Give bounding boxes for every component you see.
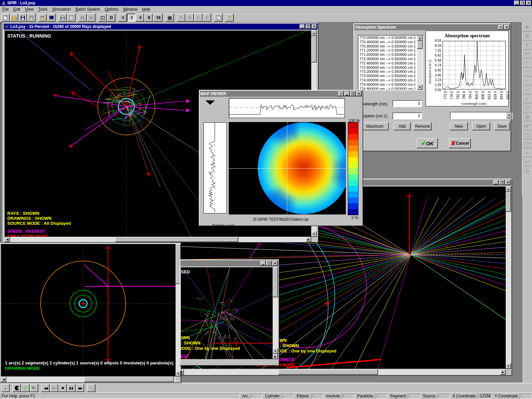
- paused-window-title-bar[interactable]: ▁ ❐ ✕: [181, 260, 278, 266]
- save-file-button[interactable]: [19, 14, 27, 22]
- new-file-button[interactable]: [1, 14, 10, 22]
- drawing-tool-button[interactable]: Y: [523, 41, 532, 50]
- minimize-button[interactable]: ▁: [260, 261, 266, 266]
- wavelength-list-item[interactable]: 771.200000 nm --> 0.550000 cm-1: [358, 48, 417, 53]
- wavelength-list-item[interactable]: 771.600000 nm --> 0.550000 cm-1: [358, 53, 417, 57]
- zoom-8-button[interactable]: *8: [144, 14, 153, 22]
- drawing-tool-button[interactable]: ◯: [523, 130, 532, 139]
- view-a-button[interactable]: A: [177, 14, 185, 22]
- close-button[interactable]: ✕: [526, 1, 531, 5]
- scroll-left-button[interactable]: ◀: [1, 377, 6, 382]
- display-button[interactable]: [47, 14, 56, 22]
- vertical-scrollbar[interactable]: ▼ ▶: [273, 267, 278, 359]
- menu-item[interactable]: Tools: [36, 6, 50, 12]
- scroll-right-button[interactable]: ▶: [273, 354, 278, 359]
- wavelength-list-item[interactable]: 773.600000 nm --> 0.550000 cm-1: [358, 74, 417, 78]
- help-button[interactable]: ?: [338, 91, 343, 96]
- maximize-button[interactable]: ❐: [499, 180, 504, 185]
- view-d-button[interactable]: D: [203, 14, 211, 22]
- drawing-tool-button[interactable]: ∪*: [523, 157, 532, 166]
- horizontal-scrollbar[interactable]: ◀ ▶: [179, 369, 506, 375]
- maximize-button[interactable]: ❐: [350, 91, 355, 96]
- wavelength-list-item[interactable]: 772.000000 nm --> 0.550000 cm-1: [358, 57, 417, 61]
- scroll-down-button[interactable]: ▼: [506, 363, 511, 369]
- wavelength-list-item[interactable]: 770.400000 nm --> 0.550000 cm-1: [358, 40, 417, 44]
- wavelength-list-item[interactable]: 770.000000 nm --> 0.550000 cm-1: [358, 36, 417, 40]
- close-button[interactable]: ✕: [356, 91, 361, 96]
- drawing-tool-button[interactable]: Y*: [523, 50, 532, 59]
- help-button[interactable]: ?: [498, 25, 503, 30]
- wavelength-list-item[interactable]: 774.400000 nm --> 0.550000 cm-1: [358, 82, 417, 87]
- minimize-button[interactable]: ▁: [493, 180, 498, 185]
- drawing-tool-button[interactable]: @*: [523, 121, 532, 130]
- zoom-16-button[interactable]: *16: [153, 14, 163, 22]
- save-all-button[interactable]: [27, 14, 36, 22]
- wavelength-list-item[interactable]: 774.800000 nm --> 0.550000 cm-1: [358, 87, 417, 90]
- grid-button[interactable]: ▦: [166, 14, 174, 22]
- beam-map-canvas[interactable]: [229, 122, 346, 214]
- wavelength-input[interactable]: 0: [392, 100, 422, 107]
- view-c-button[interactable]: C: [194, 14, 202, 22]
- minimize-button[interactable]: ▁: [344, 91, 349, 96]
- dialog-title-bar[interactable]: Absorption Spectrum ? ✕: [354, 24, 510, 30]
- zoom-2-button[interactable]: *2: [127, 14, 135, 22]
- scroll-up-button[interactable]: ▲: [311, 31, 317, 36]
- drawing-tool-button[interactable]: ⊞: [523, 32, 532, 41]
- list-scrollbar[interactable]: ▲ ▼: [417, 36, 423, 90]
- scroll-left-button[interactable]: ◀: [5, 237, 10, 242]
- menu-item[interactable]: Batch System: [73, 6, 102, 12]
- menu-item[interactable]: File: [0, 6, 11, 12]
- scroll-down-button[interactable]: ▼: [311, 231, 317, 237]
- pause-button[interactable]: ▮▮: [67, 384, 75, 392]
- minimize-button[interactable]: ▁: [300, 24, 305, 29]
- wavelength-list-item[interactable]: 772.400000 nm --> 0.550000 cm-1: [358, 61, 417, 66]
- spectrum-file-combobox[interactable]: ▼: [450, 112, 513, 119]
- cancel-button[interactable]: ✘Cancel: [449, 138, 471, 148]
- maximize-button[interactable]: ❐: [520, 1, 525, 5]
- close-button[interactable]: ✕: [272, 261, 278, 266]
- view-b-button[interactable]: B: [186, 14, 194, 22]
- menu-item[interactable]: Options: [102, 6, 121, 12]
- map-viewer-title-bar[interactable]: MAP VIEWER ? ▁ ❐ ✕: [200, 91, 362, 97]
- fast-forward-button[interactable]: ▶▶: [76, 384, 84, 392]
- new-button[interactable]: New: [450, 122, 468, 130]
- wavelength-list-item[interactable]: 773.200000 nm --> 0.550000 cm-1: [358, 69, 417, 74]
- add-button[interactable]: Add: [394, 122, 411, 130]
- drawing-tool-button[interactable]: ◜*: [523, 67, 532, 76]
- scroll-down-button[interactable]: ▼: [273, 348, 278, 354]
- wavelength-list-item[interactable]: 770.800000 nm --> 0.550000 cm-1: [358, 44, 417, 49]
- open-button[interactable]: Open: [472, 122, 490, 130]
- query-ray-button[interactable]: ?+: [30, 384, 38, 392]
- omega-button[interactable]: Ω: [107, 14, 115, 22]
- maximum-button[interactable]: Maximum: [361, 122, 389, 130]
- close-button[interactable]: ✕: [312, 24, 317, 29]
- emission-tool-button[interactable]: E̶x: [87, 14, 95, 22]
- drawing-tool-button[interactable]: G: [523, 166, 532, 175]
- paused-ray-canvas[interactable]: STATUS : PAUSED RAYS : SHOWN DRAWINGS : …: [181, 267, 273, 359]
- absorption-input[interactable]: 0: [392, 112, 422, 119]
- zoom-4-button[interactable]: *4: [136, 14, 144, 22]
- menu-item[interactable]: View: [23, 6, 36, 12]
- sound-button[interactable]: ◁: [87, 384, 95, 392]
- absorption-tool-button[interactable]: A̶b: [78, 14, 87, 22]
- wavelength-list-item[interactable]: 772.800000 nm --> 0.550000 cm-1: [358, 66, 417, 70]
- copy-button[interactable]: [214, 14, 222, 22]
- drawing-tool-button[interactable]: ◯*: [523, 139, 532, 148]
- drawing-tool-button[interactable]: ○*: [523, 85, 532, 94]
- film-button[interactable]: [98, 14, 107, 22]
- menu-item[interactable]: Help: [140, 6, 153, 12]
- ray-window-title-bar[interactable]: Lo3.psy - 15 Percent - 15260 of 20000 Ra…: [4, 24, 318, 30]
- save-button[interactable]: Save: [494, 122, 510, 130]
- remove-button[interactable]: Remove: [413, 122, 432, 130]
- open-car-file-button[interactable]: CAR: [39, 14, 47, 22]
- stop-button[interactable]: ■: [59, 384, 67, 392]
- minimize-button[interactable]: ▁: [514, 1, 519, 5]
- map-dropdown-button[interactable]: [205, 100, 215, 105]
- menu-item[interactable]: Simulation: [50, 6, 73, 12]
- drawing-tool-button[interactable]: @: [523, 112, 532, 121]
- print-preview-button[interactable]: [67, 14, 75, 22]
- menu-item[interactable]: Edit: [11, 6, 23, 12]
- drawing-tool-button[interactable]: ∪: [523, 148, 532, 157]
- close-button[interactable]: ✕: [504, 25, 509, 30]
- scroll-right-button[interactable]: ▶: [306, 237, 311, 242]
